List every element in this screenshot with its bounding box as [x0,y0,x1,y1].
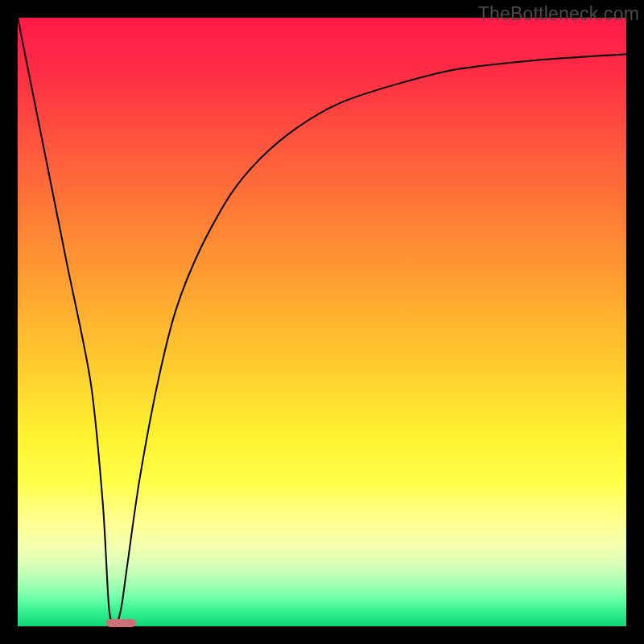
chart-frame: TheBottleneck.com [0,0,644,644]
bottleneck-curve [18,18,626,626]
optimal-range-marker [106,619,137,627]
plot-area [18,18,626,626]
